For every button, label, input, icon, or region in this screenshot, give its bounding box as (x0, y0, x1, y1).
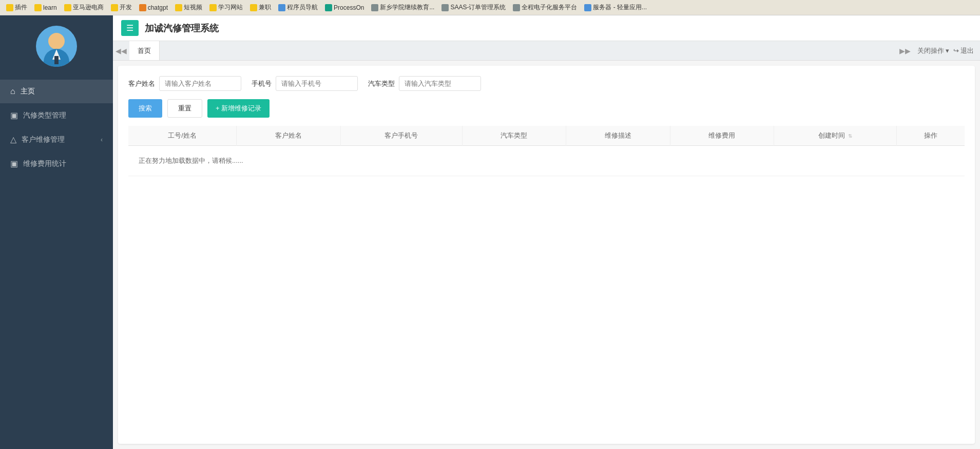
sidebar-item-home-label: 主页 (21, 87, 35, 96)
col-employee: 工号/姓名 (128, 126, 237, 146)
close-ops-button[interactable]: 关闭操作 ▾ (917, 46, 949, 55)
stats-icon: ▣ (10, 159, 18, 169)
bookmark-chatgpt[interactable]: chatgpt (137, 3, 170, 12)
bookmark-study[interactable]: 学习网站 (207, 2, 245, 13)
add-record-button[interactable]: + 新增维修记录 (207, 99, 270, 118)
customer-name-label: 客户姓名 (128, 79, 155, 88)
bookmark-icon (34, 4, 42, 11)
bookmark-icon (6, 4, 13, 11)
bookmark-icon (175, 4, 182, 11)
bookmark-parttime[interactable]: 兼职 (248, 2, 273, 13)
bookmark-processon[interactable]: ProcessOn (323, 3, 366, 12)
sidebar-item-customer-repair[interactable]: △ 客户维修管理 ‹ (0, 127, 113, 152)
sidebar-item-fee-stats[interactable]: ▣ 维修费用统计 (0, 152, 113, 176)
action-row: 搜索 重置 + 新增维修记录 (128, 99, 965, 118)
phone-label: 手机号 (252, 79, 272, 88)
bookmark-icon (325, 4, 332, 11)
sidebar-nav: ⌂ 主页 ▣ 汽修类型管理 △ 客户维修管理 ‹ ▣ 维修费用统计 (0, 74, 113, 449)
app-header: ☰ 加诚汽修管理系统 (113, 15, 980, 41)
col-repair-cost: 维修费用 (670, 126, 774, 146)
phone-group: 手机号 (252, 76, 358, 91)
sidebar-item-fee-stats-label: 维修费用统计 (23, 159, 66, 169)
tab-home[interactable]: 首页 (129, 41, 160, 60)
app-wrapper: ⌂ 主页 ▣ 汽修类型管理 △ 客户维修管理 ‹ ▣ 维修费用统计 ☰ (0, 15, 980, 449)
bookmark-icon (250, 4, 257, 11)
search-button[interactable]: 搜索 (128, 99, 162, 118)
phone-input[interactable] (276, 76, 358, 91)
avatar-container (0, 15, 113, 74)
bookmark-icon (209, 4, 217, 11)
page-body: 客户姓名 手机号 汽车类型 搜索 重置 + 新增维修记录 (118, 66, 975, 444)
bookmark-icon (584, 4, 591, 11)
car-type-input[interactable] (399, 76, 481, 91)
bookmark-xinxiang[interactable]: 新乡学院继续教育... (369, 2, 436, 13)
logout-icon: ↪ (953, 47, 959, 54)
sidebar-item-home[interactable]: ⌂ 主页 (0, 80, 113, 103)
app-title: 加诚汽修管理系统 (145, 22, 219, 34)
reset-button[interactable]: 重置 (167, 99, 202, 118)
tabs-next-button[interactable]: ▶▶ (897, 47, 913, 55)
tabs-prev-button[interactable]: ◀◀ (113, 41, 129, 60)
loading-row: 正在努力地加载数据中，请稍候...... (128, 146, 965, 176)
tabs-bar: ◀◀ 首页 ▶▶ 关闭操作 ▾ ↪ 退出 (113, 41, 980, 61)
sidebar: ⌂ 主页 ▣ 汽修类型管理 △ 客户维修管理 ‹ ▣ 维修费用统计 (0, 15, 113, 449)
bookmark-saas[interactable]: SAAS-订单管理系统 (439, 2, 508, 13)
bookmark-icon (513, 4, 520, 11)
bookmark-icon (441, 4, 449, 11)
col-car-type: 汽车类型 (462, 126, 566, 146)
bookmark-learn[interactable]: learn (32, 3, 59, 12)
customer-name-group: 客户姓名 (128, 76, 241, 91)
avatar (36, 26, 77, 67)
bookmark-icon (278, 4, 285, 11)
col-repair-desc: 维修描述 (566, 126, 670, 146)
bookmark-shortvideo[interactable]: 短视频 (173, 2, 204, 13)
tabs-spacer (160, 41, 891, 60)
sidebar-item-repair-type[interactable]: ▣ 汽修类型管理 (0, 103, 113, 127)
chevron-right-icon: ‹ (101, 136, 103, 143)
car-type-group: 汽车类型 (368, 76, 481, 91)
sidebar-item-customer-repair-label: 客户维修管理 (22, 135, 65, 144)
bookmark-icon (111, 4, 118, 11)
customer-name-input[interactable] (159, 76, 241, 91)
bookmark-dev[interactable]: 开发 (109, 2, 134, 13)
tab-actions: ▶▶ 关闭操作 ▾ ↪ 退出 (891, 41, 980, 60)
bookmark-programmer[interactable]: 程序员导航 (276, 2, 320, 13)
bookmark-eservice[interactable]: 全程电子化服务平台 (511, 2, 579, 13)
bookmark-icon (64, 4, 71, 11)
home-icon: ⌂ (10, 87, 15, 96)
logout-button[interactable]: ↪ 退出 (953, 46, 974, 55)
col-customer-name: 客户姓名 (237, 126, 341, 146)
bookmark-amazon[interactable]: 亚马逊电商 (62, 2, 106, 13)
bookmark-plugin[interactable]: 插件 (4, 2, 29, 13)
car-type-label: 汽车类型 (368, 79, 395, 88)
col-create-time: 创建时间 ⇅ (774, 126, 896, 146)
menu-toggle-button[interactable]: ☰ (121, 20, 139, 36)
bookmark-icon (139, 4, 146, 11)
data-table: 工号/姓名 客户姓名 客户手机号 汽车类型 维修描述 (128, 126, 965, 176)
grid-icon: ▣ (10, 110, 18, 120)
triangle-icon: △ (10, 135, 16, 144)
avatar-body (44, 49, 69, 67)
loading-text: 正在努力地加载数据中，请稍候...... (128, 146, 965, 176)
bookmark-icon (371, 4, 378, 11)
col-customer-phone: 客户手机号 (340, 126, 462, 146)
search-form: 客户姓名 手机号 汽车类型 (128, 76, 965, 91)
bookmark-server[interactable]: 服务器 - 轻量应用... (582, 2, 649, 13)
main-content: ☰ 加诚汽修管理系统 ◀◀ 首页 ▶▶ 关闭操作 ▾ ↪ (113, 15, 980, 449)
sidebar-item-repair-type-label: 汽修类型管理 (23, 111, 66, 120)
avatar-head (48, 33, 65, 49)
col-action: 操作 (896, 126, 965, 146)
bookmarks-bar: 插件 learn 亚马逊电商 开发 chatgpt 短视频 学习网站 兼职 程序… (0, 0, 980, 15)
chevron-down-icon: ▾ (946, 47, 949, 54)
avatar-tie (54, 56, 59, 64)
sort-icon: ⇅ (848, 133, 852, 139)
